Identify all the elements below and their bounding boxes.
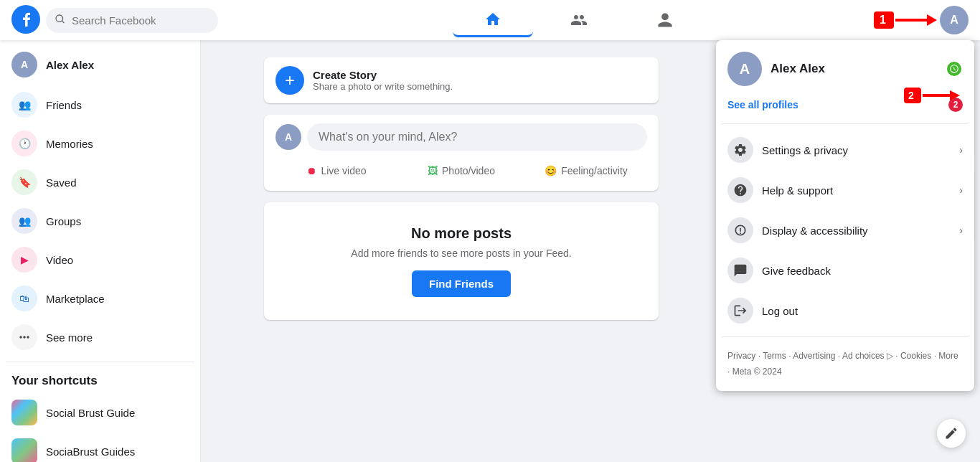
saved-icon: 🔖 xyxy=(11,169,37,195)
profile-avatar-button[interactable]: A xyxy=(940,6,969,34)
feeling-icon: 😊 xyxy=(545,165,557,176)
feedback-label: Give feedback xyxy=(762,265,963,277)
shortcut-label-2: SociaBrust Guides xyxy=(46,446,135,458)
create-story-card: + Create Story Share a photo or write so… xyxy=(264,57,659,103)
give-feedback-item[interactable]: Give feedback xyxy=(722,250,969,291)
see-all-profiles-button[interactable]: See all profiles 2 xyxy=(722,92,969,118)
sidebar-item-marketplace-label: Marketplace xyxy=(46,293,105,305)
shortcuts-title: Your shortcuts xyxy=(6,368,194,394)
no-posts-content: No more posts Add more friends to see mo… xyxy=(264,202,659,320)
top-nav: A 1 xyxy=(0,0,980,40)
settings-privacy-item[interactable]: Settings & privacy › xyxy=(722,130,969,170)
marketplace-icon: 🛍 xyxy=(11,286,37,311)
help-chevron: › xyxy=(959,184,963,196)
story-title: Create Story xyxy=(313,69,453,81)
help-label: Help & support xyxy=(762,184,951,197)
live-icon: ⏺ xyxy=(306,165,316,176)
logout-item[interactable]: Log out xyxy=(722,291,969,331)
create-story-row[interactable]: + Create Story Share a photo or write so… xyxy=(264,57,659,103)
menu-footer-cookies[interactable]: Cookies xyxy=(900,351,931,361)
sidebar-item-video[interactable]: ▶ Video xyxy=(6,241,194,278)
sidebar-item-friends[interactable]: 👥 Friends xyxy=(6,86,194,123)
groups-icon: 👥 xyxy=(11,208,37,234)
display-label: Display & accessibility xyxy=(762,225,951,237)
sidebar-item-see-more-label: See more xyxy=(46,331,93,344)
shortcut-avatar-2 xyxy=(11,438,37,462)
display-icon xyxy=(727,217,753,243)
nav-friends-button[interactable] xyxy=(539,3,619,37)
menu-footer-more[interactable]: More xyxy=(938,351,958,361)
settings-icon xyxy=(727,137,753,163)
nav-center xyxy=(224,3,934,37)
nav-home-button[interactable] xyxy=(453,3,533,37)
green-settings-icon xyxy=(946,60,963,77)
search-input[interactable] xyxy=(72,14,209,27)
sidebar-user-profile[interactable]: A Alex Alex xyxy=(6,46,194,83)
shortcut-avatar-1 xyxy=(11,400,37,425)
menu-footer-terms[interactable]: Terms xyxy=(763,351,786,361)
no-posts-title: No more posts xyxy=(287,225,636,242)
nav-profile-button[interactable] xyxy=(625,3,705,37)
left-sidebar: A Alex Alex 👥 Friends 🕐 Memories 🔖 Saved… xyxy=(0,40,201,462)
sidebar-item-groups-label: Groups xyxy=(46,215,81,227)
dropdown-user-name: Alex Alex xyxy=(771,62,937,76)
display-chevron: › xyxy=(959,225,963,236)
topnav-right: A xyxy=(940,6,969,34)
sidebar-item-friends-label: Friends xyxy=(46,99,82,111)
photo-video-button[interactable]: 🖼 Photo/video xyxy=(400,159,522,182)
display-accessibility-item[interactable]: Display & accessibility › xyxy=(722,210,969,250)
see-all-profiles-label: See all profiles xyxy=(727,99,798,110)
facebook-logo[interactable] xyxy=(11,5,40,36)
sidebar-item-video-label: Video xyxy=(46,254,73,266)
post-text-input[interactable] xyxy=(307,123,647,151)
help-support-item[interactable]: Help & support › xyxy=(722,170,969,210)
sidebar-divider xyxy=(6,362,194,362)
photo-icon: 🖼 xyxy=(428,165,438,176)
dropdown-menu: A Alex Alex 2 See all profiles 2 Setting… xyxy=(716,40,974,391)
settings-label: Settings & privacy xyxy=(762,144,951,156)
write-button[interactable] xyxy=(937,419,966,448)
sidebar-item-saved-label: Saved xyxy=(46,176,77,189)
menu-divider-1 xyxy=(722,123,969,124)
logout-label: Log out xyxy=(762,305,963,317)
dropdown-avatar: A xyxy=(727,52,762,86)
memories-icon: 🕐 xyxy=(11,131,37,156)
feeling-button[interactable]: 😊 Feeling/activity xyxy=(525,159,647,182)
menu-footer-adchoices[interactable]: Ad choices ▷ xyxy=(842,351,893,361)
menu-footer-privacy[interactable]: Privacy xyxy=(727,351,755,361)
main-feed: + Create Story Share a photo or write so… xyxy=(201,40,722,462)
story-plus-icon: + xyxy=(275,66,304,95)
settings-chevron: › xyxy=(959,144,963,156)
sidebar-item-groups[interactable]: 👥 Groups xyxy=(6,202,194,240)
search-icon xyxy=(55,14,66,27)
dropdown-settings-badge-area xyxy=(946,60,963,77)
story-subtitle: Share a photo or write something. xyxy=(313,81,453,92)
live-label: Live video xyxy=(321,165,366,176)
video-icon: ▶ xyxy=(11,247,37,273)
search-bar[interactable] xyxy=(46,8,218,33)
shortcut-social-brust-guide[interactable]: Social Brust Guide xyxy=(6,394,194,431)
sidebar-item-memories[interactable]: 🕐 Memories xyxy=(6,125,194,162)
no-posts-subtitle: Add more friends to see more posts in yo… xyxy=(287,248,636,259)
sidebar-item-memories-label: Memories xyxy=(46,138,93,150)
live-video-button[interactable]: ⏺ Live video xyxy=(275,159,397,182)
sidebar-user-name: Alex Alex xyxy=(46,59,94,71)
post-user-avatar: A xyxy=(275,124,301,150)
sidebar-item-see-more[interactable]: See more xyxy=(6,319,194,356)
feedback-icon xyxy=(727,258,753,283)
sidebar-item-marketplace[interactable]: 🛍 Marketplace xyxy=(6,280,194,317)
no-posts-card: No more posts Add more friends to see mo… xyxy=(264,202,659,320)
menu-footer: Privacy · Terms · Advertising · Ad choic… xyxy=(722,343,969,385)
sidebar-item-saved[interactable]: 🔖 Saved xyxy=(6,164,194,201)
post-input-card: A ⏺ Live video 🖼 Photo/video 😊 Feeling/a… xyxy=(264,115,659,191)
profiles-count-badge: 2 xyxy=(948,98,963,112)
menu-footer-advertising[interactable]: Advertising xyxy=(793,351,835,361)
shortcut-sociabrust-guides[interactable]: SociaBrust Guides xyxy=(6,433,194,462)
help-icon xyxy=(727,177,753,203)
find-friends-button[interactable]: Find Friends xyxy=(412,270,511,297)
logout-icon xyxy=(727,298,753,324)
dropdown-profile-row[interactable]: A Alex Alex xyxy=(722,46,969,92)
friends-icon: 👥 xyxy=(11,92,37,118)
seemore-icon xyxy=(11,324,37,350)
shortcut-label-1: Social Brust Guide xyxy=(46,407,135,419)
